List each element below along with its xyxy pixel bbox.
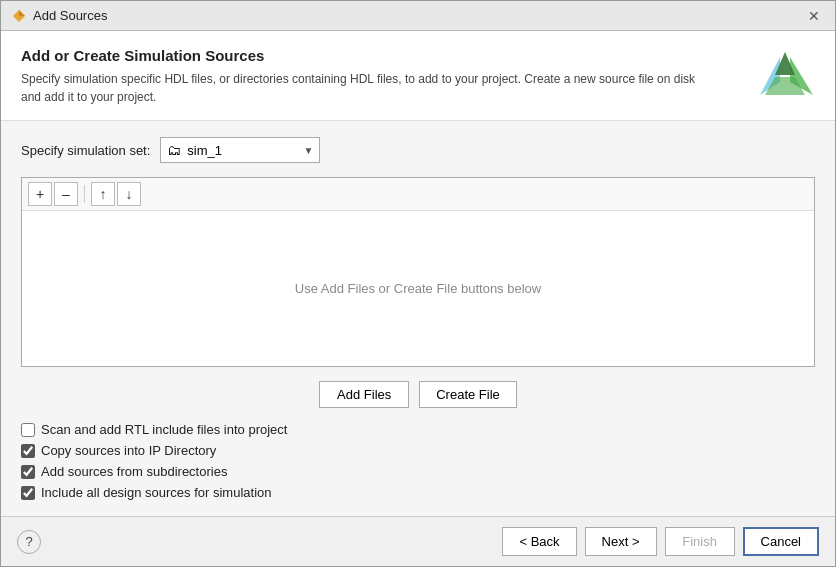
add-files-button[interactable]: Add Files — [319, 381, 409, 408]
add-file-toolbar-button[interactable]: + — [28, 182, 52, 206]
checkbox-row-1: Scan and add RTL include files into proj… — [21, 422, 815, 437]
help-button[interactable]: ? — [17, 530, 41, 554]
dialog-title: Add Sources — [33, 8, 107, 23]
empty-message: Use Add Files or Create File buttons bel… — [295, 281, 541, 296]
chevron-down-icon: ▼ — [303, 145, 313, 156]
copy-sources-checkbox[interactable] — [21, 444, 35, 458]
close-button[interactable]: ✕ — [803, 7, 825, 25]
dialog-content: Specify simulation set: 🗂 sim_1 ▼ + – ↑ … — [1, 121, 835, 516]
checkbox-row-4: Include all design sources for simulatio… — [21, 485, 815, 500]
dialog-footer: ? < Back Next > Finish Cancel — [1, 516, 835, 566]
svg-marker-1 — [19, 10, 25, 16]
file-list-container: + – ↑ ↓ Use Add Files or Create File but… — [21, 177, 815, 367]
file-list-body: Use Add Files or Create File buttons bel… — [22, 211, 814, 366]
move-up-button[interactable]: ↑ — [91, 182, 115, 206]
footer-left: ? — [17, 530, 41, 554]
checkboxes-section: Scan and add RTL include files into proj… — [21, 422, 815, 500]
next-button[interactable]: Next > — [585, 527, 657, 556]
header-section: Add or Create Simulation Sources Specify… — [1, 31, 835, 121]
dialog-heading: Add or Create Simulation Sources — [21, 47, 745, 64]
title-bar: Add Sources ✕ — [1, 1, 835, 31]
vivado-logo-icon — [755, 47, 815, 102]
dialog-description: Specify simulation specific HDL files, o… — [21, 70, 701, 106]
copy-sources-label: Copy sources into IP Directory — [41, 443, 216, 458]
sim-set-dropdown[interactable]: 🗂 sim_1 ▼ — [160, 137, 320, 163]
scan-rtl-checkbox[interactable] — [21, 423, 35, 437]
dialog: Add Sources ✕ Add or Create Simulation S… — [0, 0, 836, 567]
move-down-button[interactable]: ↓ — [117, 182, 141, 206]
header-text: Add or Create Simulation Sources Specify… — [21, 47, 745, 106]
toolbar-separator — [84, 185, 85, 203]
app-logo-icon — [11, 8, 27, 24]
sim-set-value: sim_1 — [187, 143, 297, 158]
back-button[interactable]: < Back — [502, 527, 576, 556]
finish-button[interactable]: Finish — [665, 527, 735, 556]
checkbox-row-3: Add sources from subdirectories — [21, 464, 815, 479]
cancel-button[interactable]: Cancel — [743, 527, 819, 556]
remove-file-toolbar-button[interactable]: – — [54, 182, 78, 206]
file-list-toolbar: + – ↑ ↓ — [22, 178, 814, 211]
action-buttons: Add Files Create File — [21, 381, 815, 408]
title-bar-left: Add Sources — [11, 8, 107, 24]
add-subdirs-label: Add sources from subdirectories — [41, 464, 227, 479]
include-design-sources-checkbox[interactable] — [21, 486, 35, 500]
sim-set-row: Specify simulation set: 🗂 sim_1 ▼ — [21, 137, 815, 163]
add-subdirs-checkbox[interactable] — [21, 465, 35, 479]
checkbox-row-2: Copy sources into IP Directory — [21, 443, 815, 458]
footer-right: < Back Next > Finish Cancel — [502, 527, 819, 556]
create-file-button[interactable]: Create File — [419, 381, 517, 408]
sim-set-icon: 🗂 — [167, 142, 181, 158]
sim-set-label: Specify simulation set: — [21, 143, 150, 158]
include-design-sources-label: Include all design sources for simulatio… — [41, 485, 272, 500]
scan-rtl-label: Scan and add RTL include files into proj… — [41, 422, 287, 437]
